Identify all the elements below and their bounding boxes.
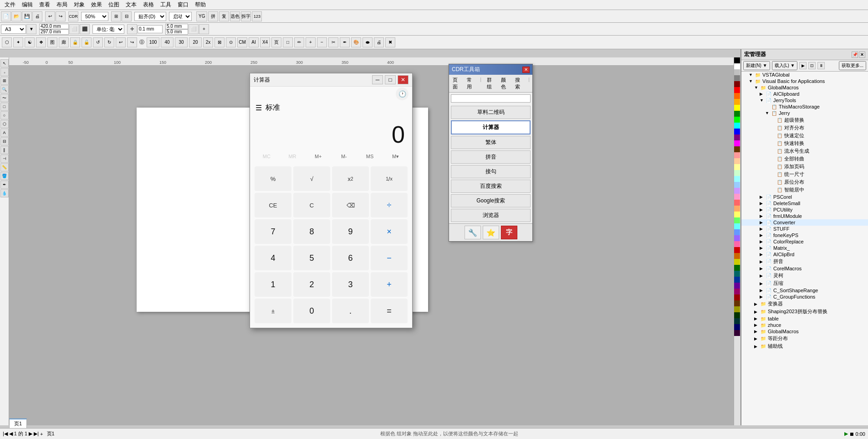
tool16[interactable]: 20: [189, 37, 202, 47]
tree-item-34[interactable]: ▶📁Shaping2023拼版分布替换: [741, 308, 868, 315]
tool26[interactable]: +: [306, 37, 316, 47]
break-btn[interactable]: ⏸: [817, 62, 825, 69]
color-swatch[interactable]: [734, 318, 740, 324]
tool24[interactable]: □: [283, 37, 293, 47]
zoom-dropdown[interactable]: 50% 100%: [81, 12, 108, 21]
ellipse-tool[interactable]: ○: [0, 111, 9, 119]
calc-mc-btn[interactable]: MC: [254, 150, 280, 163]
tool31[interactable]: ⬬: [363, 37, 373, 47]
save-btn[interactable]: 💾: [22, 11, 32, 21]
calc-key-1[interactable]: 1: [255, 272, 291, 297]
tree-item-9[interactable]: 📋快速定位: [741, 132, 868, 139]
tree-item-0[interactable]: ▼📁VSTAGlobal: [741, 72, 868, 78]
tool9[interactable]: ↺: [93, 37, 103, 47]
color-swatch[interactable]: [734, 200, 740, 206]
tree-item-33[interactable]: ▶📁变换器: [741, 300, 868, 308]
tool17[interactable]: 2x: [203, 37, 213, 47]
color-swatch[interactable]: [734, 111, 740, 117]
page-tab-1[interactable]: 页1: [9, 418, 27, 428]
num-btn[interactable]: 123: [252, 11, 262, 21]
color-swatch[interactable]: [734, 229, 740, 235]
calc-key-_[interactable]: .: [332, 299, 369, 323]
tree-item-5[interactable]: 📋ThisMacroStorage: [741, 103, 868, 110]
cdr-btn-qrcode[interactable]: 草料二维码: [451, 106, 531, 119]
color-swatch[interactable]: [734, 241, 740, 247]
tree-item-2[interactable]: ▼📁GlobalMacros: [741, 84, 868, 91]
color-sel-btn[interactable]: 选色: [230, 11, 240, 21]
color-swatch[interactable]: [734, 87, 740, 93]
cdr-char-btn[interactable]: 字: [501, 226, 517, 239]
stop-btn[interactable]: ⏹: [849, 431, 854, 437]
calc-key-CE[interactable]: CE: [255, 193, 291, 217]
cdr-toolbox-close[interactable]: ✕: [522, 67, 530, 73]
cdr-tab-page[interactable]: 页面: [451, 76, 462, 92]
color-swatch[interactable]: [734, 259, 740, 265]
nav-prev-btn[interactable]: ◀: [9, 431, 13, 437]
calc-maximize-btn[interactable]: □: [385, 75, 396, 84]
menu-bitmap[interactable]: 位图: [106, 0, 122, 10]
tool21[interactable]: AI: [249, 37, 259, 47]
tree-item-17[interactable]: ▶📄PSCorel: [741, 194, 868, 200]
cdr-tab-common[interactable]: 常用: [465, 76, 476, 92]
calc-mplus-btn[interactable]: M+: [305, 150, 331, 163]
tree-item-15[interactable]: 📋原位分布: [741, 178, 868, 186]
tree-item-29[interactable]: ▶📄灵柯: [741, 272, 868, 279]
cdr-btn-pinyin[interactable]: 拼音: [451, 150, 531, 164]
menu-view[interactable]: 查看: [36, 0, 53, 10]
tree-item-23[interactable]: ▶📄foneKeyPS: [741, 232, 868, 238]
color-swatch[interactable]: [734, 158, 740, 164]
orient-btn[interactable]: ⬜: [69, 24, 79, 34]
color-swatch[interactable]: [734, 306, 740, 312]
calc-key-x_[interactable]: x2: [332, 166, 369, 191]
tool30[interactable]: 🎨: [351, 37, 361, 47]
tree-item-12[interactable]: 📋全部转曲: [741, 155, 868, 163]
color-swatch[interactable]: [734, 146, 740, 152]
calc-key-3[interactable]: 3: [332, 272, 369, 297]
add-page-btn[interactable]: +: [40, 431, 43, 437]
tree-item-36[interactable]: ▶📁zhuce: [741, 322, 868, 328]
calc-key-_[interactable]: √: [293, 166, 330, 191]
calc-key-8[interactable]: 8: [293, 219, 330, 244]
freehand-tool[interactable]: 〜: [0, 94, 9, 102]
tree-item-16[interactable]: 📋智能居中: [741, 186, 868, 194]
menu-file[interactable]: 文件: [2, 0, 18, 10]
color-swatch[interactable]: [734, 182, 740, 188]
color-swatch[interactable]: [734, 217, 740, 223]
tree-item-31[interactable]: ▶📄C_SortShapeRange: [741, 287, 868, 294]
measure-tool[interactable]: 📏: [0, 163, 9, 171]
hfield-input[interactable]: [165, 29, 188, 35]
tool33[interactable]: ✖: [385, 37, 395, 47]
color-swatch[interactable]: [734, 206, 740, 212]
resize-btn[interactable]: ⬜: [189, 24, 199, 34]
menu-object[interactable]: 对象: [71, 0, 87, 10]
tree-item-6[interactable]: ▼📋Jerry: [741, 110, 868, 116]
color-swatch[interactable]: [734, 324, 740, 330]
panel-close-btn[interactable]: ✕: [859, 52, 865, 58]
calc-key-_[interactable]: %: [255, 166, 291, 191]
plus-btn[interactable]: +: [199, 24, 209, 34]
menu-edit[interactable]: 编辑: [19, 0, 36, 10]
tree-item-20[interactable]: ▶📄frmUIModule: [741, 213, 868, 219]
color-swatch[interactable]: [734, 330, 740, 336]
cell-select[interactable]: A3: [1, 25, 26, 34]
color-swatch[interactable]: [734, 235, 740, 241]
tool19[interactable]: ⊙: [226, 37, 236, 47]
tree-item-19[interactable]: ▶📄PCUtility: [741, 207, 868, 213]
color-swatch[interactable]: [734, 164, 740, 170]
tool23[interactable]: 页: [271, 37, 281, 47]
pen-tool[interactable]: ✒: [0, 181, 9, 189]
tree-item-1[interactable]: ▼📁Visual Basic for Applications: [741, 78, 868, 84]
split-btn[interactable]: 拆字: [241, 11, 251, 21]
tool25[interactable]: ✏: [294, 37, 304, 47]
cell-expand[interactable]: ▼: [26, 24, 36, 34]
cdr-btn-calculator[interactable]: 计算器: [451, 120, 531, 134]
tool13[interactable]: 100: [147, 37, 159, 47]
step-btn[interactable]: ⊡: [808, 62, 816, 69]
cdr-tab-group[interactable]: 群组: [485, 76, 496, 92]
color-swatch[interactable]: [734, 105, 740, 111]
calc-key-1_x[interactable]: 1/x: [371, 166, 408, 191]
calc-mr-btn[interactable]: MR: [280, 150, 306, 163]
tree-item-28[interactable]: ▶📄CorelMacros: [741, 265, 868, 272]
eyedrop-tool[interactable]: 💧: [0, 189, 9, 197]
crop-tool[interactable]: ⊞: [0, 77, 9, 85]
